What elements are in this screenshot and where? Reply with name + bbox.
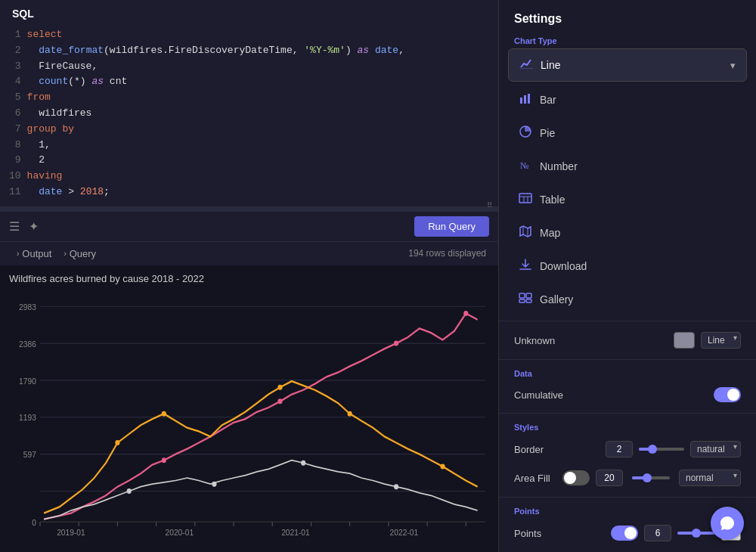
chart-type-pie-option[interactable]: Pie	[508, 117, 747, 149]
points-slider[interactable]	[677, 532, 715, 535]
svg-text:2983: 2983	[19, 302, 36, 312]
border-controls: 2 natural linear step	[606, 441, 741, 457]
pie-chart-icon	[519, 125, 532, 141]
query-tab-label: Query	[70, 248, 96, 259]
bar-chart-icon	[519, 91, 532, 108]
magic-wand-icon[interactable]: ✦	[29, 219, 39, 234]
cumulative-toggle[interactable]	[714, 387, 741, 402]
area-fill-slider[interactable]	[632, 476, 670, 479]
chart-type-bar-option[interactable]: Bar	[508, 84, 747, 116]
output-chevron-icon: ›	[17, 250, 19, 258]
chart-title: Wildfires acres burned by cause 2018 - 2…	[9, 273, 489, 284]
chart-type-map-option[interactable]: Map	[508, 217, 747, 249]
svg-point-19	[394, 340, 398, 346]
area-fill-controls: normal expand silhouette	[562, 470, 741, 486]
unknown-type-select-wrapper: Line Bar	[701, 332, 741, 349]
table-chart-icon	[519, 191, 532, 208]
points-toggle[interactable]	[611, 526, 638, 541]
points-value-input[interactable]	[644, 525, 671, 541]
toolbar-left: ☰ ✦	[9, 219, 39, 234]
chart-type-line-selected[interactable]: Line ▾	[508, 48, 747, 82]
tab-query[interactable]: › Query	[59, 247, 101, 261]
svg-text:1193: 1193	[19, 413, 36, 423]
gallery-label: Gallery	[540, 293, 573, 305]
output-tab-label: Output	[22, 248, 51, 259]
svg-rect-44	[524, 95, 526, 104]
bar-chart-label: Bar	[540, 94, 556, 106]
divider-3	[499, 413, 756, 414]
svg-point-18	[277, 398, 282, 404]
chat-fab-button[interactable]	[711, 507, 744, 540]
resize-icon: ⠿	[487, 201, 492, 209]
border-slider[interactable]	[639, 448, 684, 451]
border-curve-select[interactable]: natural linear step	[690, 441, 741, 457]
code-editor[interactable]: 1234 5678 91011 select date_format(wildf…	[0, 24, 498, 211]
svg-text:2019-01: 2019-01	[57, 527, 85, 537]
format-icon[interactable]: ☰	[9, 219, 20, 234]
download-label: Download	[540, 260, 587, 272]
right-panel: Settings Chart Type Line ▾ Bar	[499, 0, 756, 552]
chart-svg: 2983 2386 1790 1193 597 0 2019-01 2020-0…	[9, 289, 489, 544]
svg-point-29	[394, 484, 398, 489]
download-icon	[519, 258, 532, 274]
svg-text:2386: 2386	[19, 339, 36, 349]
area-fill-label: Area Fill	[514, 473, 550, 484]
chart-type-number-option[interactable]: № Number	[508, 150, 747, 182]
sql-header: SQL	[0, 0, 498, 24]
data-section-label: Data	[499, 364, 756, 381]
unknown-color-swatch[interactable]	[674, 332, 695, 349]
chart-type-download-option[interactable]: Download	[508, 250, 747, 282]
tabs-bar: › Output › Query 194 rows displayed	[0, 242, 498, 265]
number-chart-label: Number	[540, 160, 578, 172]
border-value-input[interactable]: 2	[606, 441, 633, 457]
chart-svg-container: 2983 2386 1790 1193 597 0 2019-01 2020-0…	[9, 289, 489, 544]
code-content[interactable]: select date_format(wildfires.FireDiscove…	[27, 24, 498, 203]
chart-type-gallery-option[interactable]: Gallery	[508, 284, 747, 315]
area-fill-toggle[interactable]	[562, 470, 590, 485]
left-panel: SQL 1234 5678 91011 select date_format(w…	[0, 0, 499, 552]
unknown-type-select[interactable]: Line Bar	[701, 332, 741, 349]
svg-rect-45	[528, 94, 530, 104]
divider-1	[499, 321, 756, 321]
svg-point-24	[348, 411, 352, 416]
svg-text:2020-01: 2020-01	[166, 527, 194, 537]
svg-rect-57	[526, 293, 531, 298]
svg-point-23	[277, 385, 282, 390]
sql-label: SQL	[12, 8, 34, 20]
border-row: Border 2 natural linear step	[499, 435, 756, 464]
chart-type-selected-inner: Line	[519, 57, 560, 73]
svg-text:№: №	[520, 160, 528, 171]
unknown-row: Unknown Line Bar	[499, 326, 756, 355]
border-curve-select-wrapper: natural linear step	[690, 441, 741, 457]
cumulative-label: Cumulative	[514, 389, 563, 401]
svg-rect-59	[526, 299, 531, 302]
svg-point-20	[463, 311, 468, 316]
table-chart-label: Table	[540, 194, 565, 206]
styles-section-label: Styles	[499, 418, 756, 435]
border-label: Border	[514, 444, 544, 455]
area-fill-mode-select-wrapper: normal expand silhouette	[679, 470, 741, 486]
resize-handle[interactable]: ⠿	[0, 206, 498, 211]
unknown-controls: Line Bar	[674, 332, 741, 349]
tabs-left: › Output › Query	[12, 247, 101, 261]
tab-output[interactable]: › Output	[12, 247, 56, 261]
area-fill-value-input[interactable]	[596, 470, 623, 486]
number-chart-icon: №	[519, 158, 532, 175]
svg-point-22	[162, 411, 166, 416]
settings-title: Settings	[499, 0, 756, 32]
area-fill-mode-select[interactable]: normal expand silhouette	[679, 470, 741, 486]
run-query-button[interactable]: Run Query	[414, 216, 489, 237]
svg-text:2022-01: 2022-01	[390, 527, 419, 537]
svg-point-17	[162, 457, 166, 463]
svg-text:0: 0	[32, 517, 36, 527]
divider-2	[499, 359, 756, 360]
svg-text:597: 597	[23, 449, 36, 459]
chart-type-table-option[interactable]: Table	[508, 184, 747, 216]
cumulative-row: Cumulative	[499, 381, 756, 408]
selected-chart-type-label: Line	[541, 59, 560, 71]
svg-rect-56	[519, 293, 525, 298]
area-fill-row: Area Fill normal expand silhouette	[499, 464, 756, 492]
svg-point-27	[212, 481, 216, 486]
svg-point-25	[440, 464, 445, 469]
chart-type-chevron-icon: ▾	[730, 60, 736, 71]
